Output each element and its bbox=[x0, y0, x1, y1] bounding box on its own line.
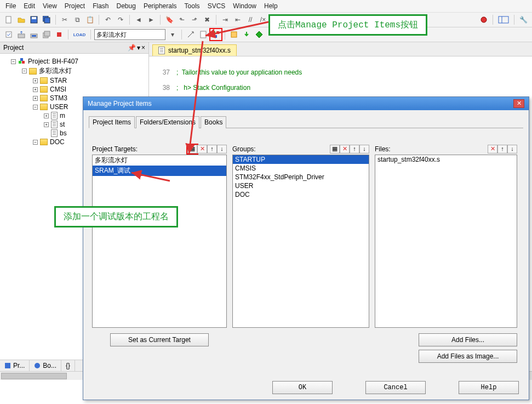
menu-flash[interactable]: Flash bbox=[93, 2, 108, 10]
nav-fwd-icon[interactable]: ► bbox=[146, 14, 157, 25]
indent-icon[interactable]: ⇥ bbox=[220, 14, 231, 25]
tree-group-doc[interactable]: DOC bbox=[50, 138, 65, 146]
file-tab-startup[interactable]: startup_stm32f40xx.s bbox=[152, 44, 237, 56]
menu-debug[interactable]: Debug bbox=[117, 2, 136, 10]
tree-file-bs[interactable]: bs bbox=[60, 129, 67, 137]
outdent-icon[interactable]: ⇤ bbox=[232, 14, 243, 25]
files-up-button[interactable]: ↑ bbox=[497, 145, 507, 153]
groups-list[interactable]: STARTUP CMSIS STM32F4xx_StdPeriph_Driver… bbox=[232, 155, 369, 328]
menu-window[interactable]: Window bbox=[233, 2, 256, 10]
tab-books[interactable]: Books bbox=[201, 116, 226, 128]
groups-down-button[interactable]: ↓ bbox=[359, 145, 369, 153]
add-files-image-button[interactable]: Add Files as Image... bbox=[419, 350, 517, 363]
set-current-target-button[interactable]: Set as Current Target bbox=[110, 333, 209, 346]
bookmark-prev-icon[interactable]: ⬑ bbox=[176, 14, 187, 25]
group-item-doc[interactable]: DOC bbox=[233, 190, 369, 199]
group-item-startup[interactable]: STARTUP bbox=[233, 155, 369, 164]
help-button[interactable]: Help bbox=[459, 381, 519, 394]
menu-project[interactable]: Project bbox=[65, 2, 85, 10]
groups-delete-button[interactable]: ✕ bbox=[340, 145, 350, 153]
files-down-button[interactable]: ↓ bbox=[507, 145, 517, 153]
new-file-icon[interactable] bbox=[3, 14, 14, 25]
project-panel-title: Project 📌 ▾ × bbox=[0, 42, 148, 54]
target-select[interactable] bbox=[94, 29, 165, 40]
menu-tools[interactable]: Tools bbox=[185, 2, 200, 10]
tree-group-stm32[interactable]: STM3 bbox=[50, 94, 67, 102]
groups-label: Groups: bbox=[232, 145, 256, 153]
bookmark-next-icon[interactable]: ⬏ bbox=[189, 14, 200, 25]
panel-menu-icon[interactable]: ▾ bbox=[137, 44, 140, 52]
comment-icon[interactable]: // bbox=[245, 14, 256, 25]
groups-new-button[interactable]: ▦ bbox=[330, 145, 340, 153]
debug-icon[interactable] bbox=[478, 14, 489, 25]
copy-icon[interactable]: ⧉ bbox=[72, 14, 83, 25]
bookmark-clear-icon[interactable]: ✖ bbox=[202, 14, 213, 25]
uncomment-icon[interactable]: /× bbox=[258, 14, 268, 25]
redo-icon[interactable]: ↷ bbox=[115, 14, 126, 25]
menu-edit[interactable]: Edit bbox=[24, 2, 35, 10]
menu-help[interactable]: Help bbox=[264, 2, 278, 10]
group-item-stdperiph[interactable]: STM32F4xx_StdPeriph_Driver bbox=[233, 173, 369, 181]
pin-icon[interactable]: 📌 bbox=[128, 44, 136, 52]
target-item-2[interactable]: SRAM_调试 bbox=[93, 166, 226, 176]
open-file-icon[interactable] bbox=[16, 14, 27, 25]
select-pack-icon[interactable] bbox=[228, 29, 239, 40]
targets-new-button[interactable]: ▦ bbox=[187, 145, 197, 153]
paste-icon[interactable]: 📋 bbox=[84, 14, 95, 25]
file-ext-icon[interactable] bbox=[198, 29, 209, 40]
group-item-user[interactable]: USER bbox=[233, 181, 369, 190]
bookmark-icon[interactable]: 🔖 bbox=[164, 14, 175, 25]
tree-root[interactable]: Project: BH-F407 bbox=[28, 58, 78, 65]
targets-up-button[interactable]: ↑ bbox=[207, 145, 217, 153]
group-item-cmsis[interactable]: CMSIS bbox=[233, 164, 369, 173]
add-files-button[interactable]: Add Files... bbox=[419, 333, 517, 346]
undo-icon[interactable]: ↶ bbox=[102, 14, 113, 25]
manage-project-items-button[interactable] bbox=[210, 29, 221, 40]
build-icon[interactable] bbox=[16, 29, 27, 40]
rebuild-icon[interactable] bbox=[28, 29, 39, 40]
stop-build-icon[interactable] bbox=[54, 29, 65, 40]
tab-functions[interactable]: {} bbox=[61, 360, 75, 371]
tree-file-m[interactable]: m bbox=[60, 112, 65, 120]
tab-books[interactable]: Bo... bbox=[30, 360, 61, 371]
cancel-button[interactable]: Cancel bbox=[365, 381, 426, 394]
tree-file-st[interactable]: st bbox=[60, 121, 65, 128]
groups-up-button[interactable]: ↑ bbox=[350, 145, 359, 153]
ok-button[interactable]: OK bbox=[272, 381, 333, 394]
tab-project[interactable]: Pr... bbox=[0, 360, 30, 371]
tab-folders-ext[interactable]: Folders/Extensions bbox=[136, 116, 199, 128]
configure-icon[interactable]: 🔧 bbox=[518, 14, 529, 25]
target-item-1[interactable]: 多彩流水灯 bbox=[93, 155, 226, 166]
nav-back-icon[interactable]: ◄ bbox=[133, 14, 144, 25]
targets-delete-button[interactable]: ✕ bbox=[197, 145, 207, 153]
menu-view[interactable]: View bbox=[43, 2, 57, 10]
menu-peripherals[interactable]: Peripherals bbox=[144, 2, 177, 10]
pack-install-icon[interactable] bbox=[241, 29, 252, 40]
options-target-icon[interactable] bbox=[185, 29, 196, 40]
cut-icon[interactable]: ✂ bbox=[59, 14, 70, 25]
window-layout-icon[interactable] bbox=[496, 14, 511, 25]
batch-build-icon[interactable] bbox=[41, 29, 52, 40]
panel-close-icon[interactable]: × bbox=[141, 44, 145, 52]
download-icon[interactable]: LOAD bbox=[72, 29, 87, 40]
save-all-icon[interactable] bbox=[41, 14, 52, 25]
files-list[interactable]: startup_stm32f40xx.s bbox=[375, 155, 517, 328]
tree-target[interactable]: 多彩流水灯 bbox=[39, 66, 72, 76]
tree-group-user[interactable]: USER bbox=[50, 103, 68, 111]
svg-rect-15 bbox=[201, 31, 206, 38]
files-delete-button[interactable]: ✕ bbox=[488, 145, 497, 153]
tree-group-cmsis[interactable]: CMSI bbox=[50, 86, 66, 93]
translate-icon[interactable] bbox=[3, 29, 14, 40]
project-targets-list[interactable]: 多彩流水灯 SRAM_调试 bbox=[92, 155, 227, 328]
tab-project-items[interactable]: Project Items bbox=[89, 116, 135, 128]
tree-group-startup[interactable]: STAR bbox=[50, 77, 67, 84]
menu-svcs[interactable]: SVCS bbox=[208, 2, 226, 10]
menu-file[interactable]: File bbox=[5, 2, 16, 10]
dialog-close-button[interactable]: ✕ bbox=[513, 99, 524, 108]
file-item-startup[interactable]: startup_stm32f40xx.s bbox=[375, 155, 517, 164]
targets-down-button[interactable]: ↓ bbox=[217, 145, 227, 153]
rte-icon[interactable] bbox=[254, 29, 265, 40]
svg-rect-21 bbox=[19, 61, 21, 64]
save-icon[interactable] bbox=[28, 14, 39, 25]
target-dd-arrow-icon[interactable]: ▾ bbox=[167, 29, 178, 40]
